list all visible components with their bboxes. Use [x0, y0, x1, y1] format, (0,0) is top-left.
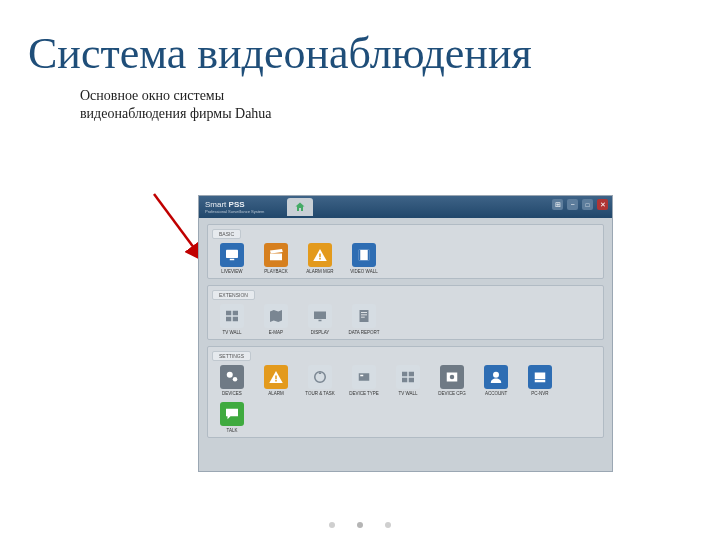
caption-line1: Основное окно системы — [80, 88, 224, 103]
gears-icon — [220, 365, 244, 389]
pager-dot[interactable] — [329, 522, 335, 528]
tile-label: DEVICES — [222, 391, 242, 396]
tile-label: DISPLAY — [311, 330, 330, 335]
tile-basic-1[interactable]: PLAYBACK — [256, 243, 296, 274]
tile-basic-0[interactable]: LIVEVIEW — [212, 243, 252, 274]
svg-rect-22 — [275, 380, 277, 382]
svg-rect-25 — [360, 375, 363, 377]
titlebar-close-button[interactable]: ✕ — [597, 199, 608, 210]
section-settings-title: SETTINGS — [212, 351, 251, 361]
svg-rect-10 — [233, 311, 238, 316]
tile-label: DEVICE CFG — [438, 391, 466, 396]
pager-dot[interactable] — [357, 522, 363, 528]
svg-rect-7 — [359, 250, 361, 261]
svg-rect-12 — [233, 317, 238, 322]
titlebar-settings-button[interactable]: ⊞ — [552, 199, 563, 210]
svg-rect-15 — [360, 310, 369, 322]
film-icon — [352, 243, 376, 267]
tile-settings-7[interactable]: PC-NVR — [520, 365, 560, 396]
logo-word1: Smart — [205, 200, 229, 209]
svg-rect-16 — [361, 312, 367, 313]
svg-rect-9 — [226, 311, 231, 316]
tile-settings-3[interactable]: DEVICE TYPE — [344, 365, 384, 396]
tile-label: E-MAP — [269, 330, 283, 335]
svg-point-32 — [493, 372, 499, 378]
svg-line-0 — [154, 194, 200, 256]
section-extension-title: EXTENSION — [212, 290, 255, 300]
emap-icon — [264, 304, 288, 328]
svg-rect-27 — [409, 372, 414, 377]
svg-point-19 — [227, 372, 233, 378]
svg-rect-2 — [230, 259, 235, 261]
smartpss-window: Smart PSS Professional Surveillance Syst… — [198, 195, 613, 472]
page-title: Система видеонаблюдения — [0, 0, 720, 79]
caption-line2: видеонаблюдения фирмы Dahua — [80, 106, 272, 121]
svg-rect-3 — [270, 254, 282, 261]
minimize-icon: − — [570, 201, 574, 208]
tile-settings-1[interactable]: ALARM — [256, 365, 296, 396]
svg-rect-33 — [535, 373, 546, 380]
close-icon: ✕ — [600, 201, 606, 208]
window-titlebar: Smart PSS Professional Surveillance Syst… — [199, 196, 612, 218]
titlebar-minimize-button[interactable]: − — [567, 199, 578, 210]
svg-rect-11 — [226, 317, 231, 322]
monitor-icon — [220, 243, 244, 267]
tile-label: ALARM — [268, 391, 284, 396]
tile-extension-0[interactable]: TV WALL — [212, 304, 252, 335]
svg-rect-1 — [226, 250, 238, 258]
slide-pager — [329, 522, 391, 528]
logo-word2: PSS — [229, 200, 245, 209]
tile-label: PLAYBACK — [264, 269, 287, 274]
svg-rect-24 — [359, 373, 370, 381]
tour-icon — [308, 365, 332, 389]
tile-settings-8[interactable]: TALK — [212, 402, 252, 433]
warning-icon — [264, 365, 288, 389]
svg-rect-28 — [402, 378, 407, 383]
section-basic: BASIC LIVEVIEWPLAYBACKALARM MGRVIDEO WAL… — [207, 224, 604, 279]
tab-home[interactable] — [287, 198, 313, 216]
plus-icon: ⊞ — [555, 201, 561, 209]
clapper-icon — [264, 243, 288, 267]
tile-label: PC-NVR — [531, 391, 548, 396]
maximize-icon: □ — [586, 202, 590, 208]
tile-settings-6[interactable]: ACCOUNT — [476, 365, 516, 396]
tile-settings-5[interactable]: DEVICE CFG — [432, 365, 472, 396]
tile-label: TALK — [227, 428, 238, 433]
section-basic-title: BASIC — [212, 229, 241, 239]
devcfg-icon — [440, 365, 464, 389]
tile-label: TV WALL — [222, 330, 241, 335]
talk-icon — [220, 402, 244, 426]
svg-rect-14 — [319, 320, 322, 322]
tile-settings-2[interactable]: TOUR & TASK — [300, 365, 340, 396]
tile-label: TOUR & TASK — [305, 391, 335, 396]
section-extension: EXTENSION TV WALLE-MAPDISPLAYDATA REPORT — [207, 285, 604, 340]
tile-extension-1[interactable]: E-MAP — [256, 304, 296, 335]
pager-dot[interactable] — [385, 522, 391, 528]
tile-label: TV WALL — [398, 391, 417, 396]
svg-rect-17 — [361, 315, 367, 316]
svg-rect-13 — [314, 312, 326, 320]
svg-rect-26 — [402, 372, 407, 377]
tile-settings-4[interactable]: TV WALL — [388, 365, 428, 396]
titlebar-maximize-button[interactable]: □ — [582, 199, 593, 210]
tile-label: DEVICE TYPE — [349, 391, 379, 396]
pcnvr-icon — [528, 365, 552, 389]
caption: Основное окно системы видеонаблюдения фи… — [80, 87, 720, 122]
svg-rect-5 — [319, 258, 321, 260]
tile-settings-0[interactable]: DEVICES — [212, 365, 252, 396]
tile-label: VIDEO WALL — [350, 269, 377, 274]
svg-point-20 — [233, 377, 238, 382]
display-icon — [308, 304, 332, 328]
tile-extension-3[interactable]: DATA REPORT — [344, 304, 384, 335]
tile-label: DATA REPORT — [348, 330, 379, 335]
svg-rect-8 — [368, 250, 370, 261]
tile-basic-2[interactable]: ALARM MGR — [300, 243, 340, 274]
svg-rect-18 — [361, 317, 365, 318]
tile-basic-3[interactable]: VIDEO WALL — [344, 243, 384, 274]
report-icon — [352, 304, 376, 328]
svg-rect-29 — [409, 378, 414, 383]
devtype-icon — [352, 365, 376, 389]
tile-label: LIVEVIEW — [221, 269, 242, 274]
svg-rect-34 — [535, 380, 546, 382]
tile-extension-2[interactable]: DISPLAY — [300, 304, 340, 335]
